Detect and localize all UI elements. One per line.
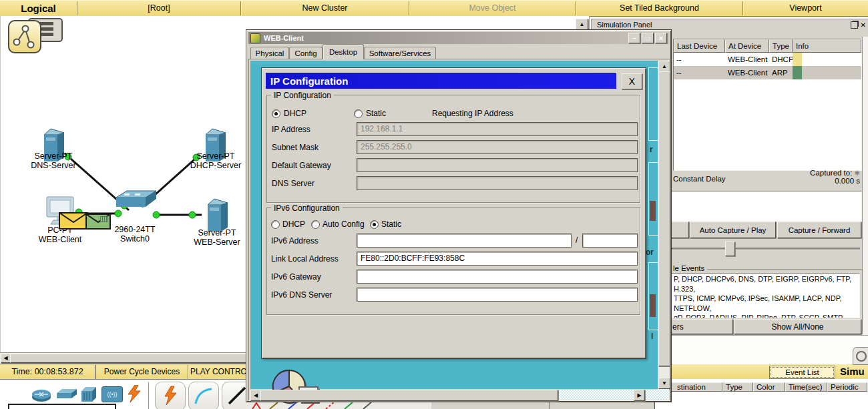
ipv6-dhcp-radio[interactable] — [271, 220, 280, 229]
device-switch0[interactable] — [115, 188, 158, 211]
event-list-label: Event List — [785, 368, 819, 376]
left-arrow-icon: ◀ — [254, 393, 258, 398]
tab-desktop[interactable]: Desktop — [322, 44, 364, 59]
auto-connection-button[interactable] — [155, 382, 186, 409]
ip-configuration-window[interactable]: IP Configuration X IP Configuration DHCP… — [261, 67, 646, 359]
ipv6-autoconfig-radio[interactable] — [311, 220, 320, 229]
dns-server-input[interactable] — [357, 176, 638, 190]
link-local-address-input[interactable]: FE80::2D0:BCFF:FE93:858C — [357, 252, 638, 266]
simulation-mode-label[interactable]: Simu — [840, 366, 865, 377]
pdu-list-panel: stination Type Color Time(sec) Periodic — [654, 379, 868, 409]
vscroll-thumb[interactable] — [658, 71, 670, 366]
hscroll-thumb[interactable] — [260, 390, 558, 401]
close-button[interactable]: × — [655, 33, 667, 43]
auto-capture-play-button[interactable]: Auto Capture / Play — [690, 222, 776, 238]
ipv6-static-radio[interactable] — [370, 220, 379, 229]
console-connection-button[interactable] — [188, 382, 219, 409]
ipv6-static-radio-label[interactable]: Static — [381, 220, 401, 229]
workspace-tab-logical[interactable]: Logical — [0, 1, 77, 15]
maximize-button[interactable]: □ — [642, 33, 654, 43]
new-cluster-button[interactable]: New Cluster — [241, 1, 409, 15]
web-client-dialog[interactable]: WEB-Client – □ × Physical Config Desktop… — [246, 29, 672, 402]
col-periodic[interactable]: Periodic — [827, 382, 867, 392]
event-row-dhcp[interactable]: -- WEB-Client DHCP — [674, 53, 861, 66]
ipwin-titlebar[interactable]: IP Configuration — [266, 73, 616, 89]
ip-address-input[interactable]: 192.168.1.1 — [357, 122, 638, 136]
move-object-button[interactable]: Move Object — [409, 1, 576, 15]
left-arrow-icon: ◀ — [3, 356, 7, 361]
tab-physical[interactable]: Physical — [250, 47, 289, 59]
dhcp-radio[interactable] — [272, 109, 280, 118]
ipv6-address-input[interactable] — [357, 234, 572, 248]
connections-category-icon[interactable] — [127, 385, 142, 402]
canvas-hscroll-left-button[interactable]: ◀ — [1, 354, 11, 363]
hscroll-left-button[interactable]: ◀ — [250, 390, 261, 401]
add-pdu-icon[interactable] — [853, 347, 868, 365]
statusbar-divider — [95, 365, 95, 380]
minimize-button[interactable]: – — [628, 33, 640, 43]
play-speed-slider-thumb[interactable] — [725, 242, 735, 256]
col-pdu-type[interactable]: Type — [722, 382, 753, 392]
subnet-mask-input[interactable]: 255.255.255.0 — [357, 140, 638, 154]
power-cycle-devices-button[interactable]: Power Cycle Devices — [96, 364, 188, 379]
col-color[interactable]: Color — [753, 382, 785, 392]
dialog-titlebar[interactable]: WEB-Client – □ × — [248, 32, 669, 44]
static-radio-label[interactable]: Static — [366, 109, 386, 118]
desktop-icon-highlight — [648, 162, 659, 236]
dhcp-packet-envelope-icon[interactable] — [59, 212, 88, 230]
ipv6-dns-server-input[interactable] — [357, 288, 638, 302]
pie-chart-desktop-icon[interactable] — [262, 369, 329, 409]
ipv6-address-label: IPv6 Address — [271, 236, 318, 246]
play-speed-slider-track[interactable] — [672, 248, 860, 250]
col-at-device[interactable]: At Device — [725, 39, 769, 53]
dhcp-radio-label[interactable]: DHCP — [284, 109, 306, 118]
static-radio[interactable] — [354, 109, 363, 118]
canvas-vscroll-up-button[interactable]: ▲ — [576, 19, 588, 30]
ipwin-close-button[interactable]: X — [622, 73, 642, 89]
col-time-sec[interactable]: Time(sec) — [785, 382, 827, 392]
vscroll-up-button[interactable]: ▲ — [658, 61, 670, 72]
capture-forward-button[interactable]: Capture / Forward — [777, 222, 861, 238]
ipv6-gateway-label: IPv6 Gateway — [271, 272, 321, 282]
set-tiled-background-button[interactable]: Set Tiled Background — [576, 1, 742, 15]
ipv6-autoconfig-radio-label[interactable]: Auto Config — [322, 220, 365, 229]
dialog-hscrollbar[interactable]: ◀ ▶ — [250, 390, 658, 400]
constant-delay-label: Constant Delay — [673, 175, 726, 183]
show-all-none-button[interactable]: Show All/None — [734, 319, 861, 334]
default-gateway-input[interactable] — [357, 158, 638, 172]
hubs-category-icon[interactable] — [80, 386, 97, 403]
event-row-arp[interactable]: -- WEB-Client ARP — [674, 66, 861, 79]
up-arrow-icon: ▲ — [662, 64, 667, 69]
close-panel-icon[interactable]: ✕ — [861, 21, 866, 29]
minimize-icon: – — [632, 35, 636, 42]
tab-software-services[interactable]: Software/Services — [364, 47, 436, 59]
dialog-vscrollbar[interactable]: ▲ ▼ — [658, 61, 669, 389]
col-last-device[interactable]: Last Device — [674, 39, 725, 53]
tab-config[interactable]: Config — [289, 47, 322, 59]
col-info[interactable]: Info — [793, 39, 861, 53]
ipv6-gateway-input[interactable] — [357, 270, 638, 284]
hscroll-right-button[interactable]: ▶ — [634, 390, 645, 401]
sim-time-label: Time: 00:08:53.872 — [11, 367, 83, 376]
arp-packet-envelope-icon[interactable] — [85, 214, 111, 230]
ipv6-dhcp-radio-label[interactable]: DHCP — [282, 220, 305, 229]
device-web-server[interactable] — [206, 195, 230, 233]
cell-last-device: -- — [674, 69, 725, 77]
routers-category-icon[interactable] — [31, 386, 52, 402]
web-client-app-icon — [250, 33, 260, 43]
desktop-icon-fragment — [650, 201, 656, 221]
pdu-header-row: stination Type Color Time(sec) Periodic — [658, 382, 867, 392]
float-panel-icon[interactable] — [851, 21, 858, 29]
packet-tracer-window: Logical [Root] New Cluster Move Object S… — [0, 0, 868, 409]
ipv6-prefix-input[interactable] — [582, 234, 638, 248]
wireless-category-icon[interactable]: ((•)) — [101, 386, 123, 402]
col-type[interactable]: Type — [769, 39, 793, 53]
event-list-button[interactable]: Event List — [769, 366, 835, 379]
vscroll-down-button[interactable]: ▼ — [658, 378, 670, 389]
viewport-button[interactable]: Viewport — [743, 1, 868, 15]
strip-button[interactable] — [431, 402, 550, 409]
switches-category-icon[interactable] — [56, 388, 77, 401]
event-list-table[interactable]: Last Device At Device Type Info -- WEB-C… — [673, 39, 862, 171]
lightning-icon — [156, 382, 185, 409]
root-button[interactable]: [Root] — [77, 1, 240, 15]
